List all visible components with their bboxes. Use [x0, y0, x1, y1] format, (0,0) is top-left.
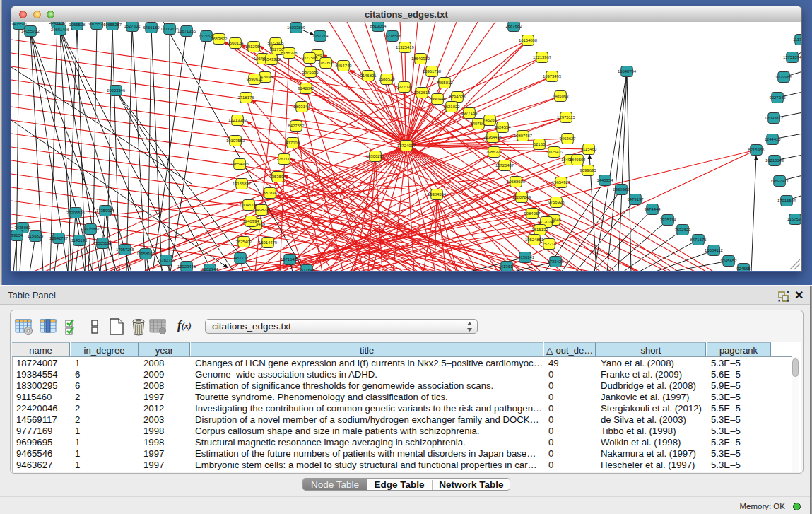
- svg-text:15720407: 15720407: [495, 163, 514, 168]
- svg-text:1849504: 1849504: [570, 158, 587, 162]
- svg-text:18640910: 18640910: [411, 57, 430, 61]
- svg-text:9115460: 9115460: [581, 147, 597, 151]
- svg-text:7485063: 7485063: [553, 94, 570, 98]
- svg-text:16154808: 16154808: [519, 38, 538, 42]
- svg-text:2803144: 2803144: [294, 105, 311, 109]
- svg-text:2767608: 2767608: [318, 61, 335, 65]
- svg-text:1615132: 1615132: [532, 228, 548, 232]
- svg-text:10025433: 10025433: [545, 150, 564, 154]
- svg-text:39154: 39154: [11, 233, 23, 238]
- svg-text:16914479: 16914479: [259, 240, 277, 245]
- svg-text:924565: 924565: [736, 267, 751, 271]
- svg-text:10807487: 10807487: [514, 134, 532, 138]
- svg-text:746266: 746266: [483, 118, 497, 122]
- svg-text:16033809: 16033809: [287, 25, 305, 30]
- svg-text:9329966: 9329966: [776, 75, 793, 79]
- svg-text:10654112: 10654112: [705, 248, 723, 252]
- svg-text:62160: 62160: [534, 142, 546, 146]
- svg-text:1362615: 1362615: [414, 90, 431, 95]
- svg-text:7663822: 7663822: [211, 37, 228, 41]
- svg-text:417006: 417006: [286, 141, 300, 145]
- svg-text:17359924: 17359924: [96, 209, 115, 213]
- svg-text:20691406: 20691406: [51, 28, 70, 32]
- svg-text:16648784: 16648784: [618, 69, 637, 74]
- svg-text:12942737: 12942737: [49, 236, 68, 240]
- svg-text:15751074: 15751074: [783, 55, 801, 59]
- svg-text:10655287: 10655287: [103, 23, 122, 27]
- svg-text:12093872: 12093872: [765, 116, 783, 120]
- svg-text:9756928: 9756928: [548, 200, 565, 204]
- svg-text:10671355: 10671355: [177, 29, 196, 33]
- svg-text:14136141: 14136141: [516, 255, 534, 259]
- svg-text:17016504: 17016504: [777, 199, 796, 203]
- svg-text:8215956: 8215956: [748, 148, 765, 152]
- svg-text:23975867: 23975867: [81, 227, 100, 231]
- svg-text:7625402: 7625402: [236, 240, 252, 244]
- svg-text:10688609: 10688609: [507, 180, 525, 184]
- svg-text:1353594: 1353594: [270, 175, 287, 179]
- svg-text:252214: 252214: [542, 242, 556, 246]
- svg-text:9327508: 9327508: [302, 56, 319, 60]
- svg-text:12975115: 12975115: [557, 115, 575, 119]
- svg-text:19384554: 19384554: [428, 192, 447, 197]
- svg-text:8427552: 8427552: [288, 124, 305, 128]
- svg-text:19692971: 19692971: [770, 179, 789, 183]
- svg-text:19166827: 19166827: [233, 182, 251, 186]
- svg-text:1733426: 1733426: [548, 259, 565, 264]
- svg-text:9084067: 9084067: [524, 211, 541, 216]
- svg-text:14055712: 14055712: [21, 29, 40, 33]
- svg-text:11325419: 11325419: [396, 45, 414, 49]
- svg-text:12213383: 12213383: [228, 118, 247, 122]
- svg-text:1117531: 1117531: [793, 37, 801, 42]
- svg-text:12023446: 12023446: [177, 264, 196, 269]
- svg-text:19524851: 19524851: [525, 238, 543, 242]
- svg-text:7986322: 7986322: [486, 150, 502, 154]
- svg-text:16210643: 16210643: [765, 158, 784, 163]
- svg-text:1240994: 1240994: [243, 219, 260, 223]
- svg-text:9457711: 9457711: [233, 256, 249, 260]
- svg-text:19654935: 19654935: [230, 162, 249, 166]
- svg-text:10958107: 10958107: [136, 252, 155, 256]
- svg-text:2718176: 2718176: [238, 95, 255, 100]
- svg-text:8990448: 8990448: [430, 97, 447, 101]
- svg-text:10973493: 10973493: [543, 74, 562, 78]
- svg-text:1145193: 1145193: [71, 238, 88, 243]
- svg-text:6466160: 6466160: [143, 25, 160, 30]
- svg-text:1202344: 1202344: [202, 267, 219, 271]
- svg-text:10961758: 10961758: [423, 69, 442, 74]
- svg-text:21364436: 21364436: [483, 135, 502, 139]
- svg-text:1244415: 1244415: [765, 137, 782, 141]
- svg-text:1156829: 1156829: [28, 234, 44, 238]
- svg-text:8471676: 8471676: [690, 238, 707, 242]
- svg-text:8938928: 8938928: [613, 187, 630, 192]
- svg-text:3267110: 3267110: [276, 157, 293, 161]
- svg-text:6794028: 6794028: [449, 95, 466, 99]
- svg-text:2935114: 2935114: [660, 218, 676, 222]
- svg-text:8186328: 8186328: [281, 51, 298, 55]
- svg-text:12213967: 12213967: [533, 55, 551, 59]
- svg-text:16543382: 16543382: [262, 57, 281, 62]
- svg-text:9474444: 9474444: [645, 207, 661, 211]
- svg-text:16120746: 16120746: [537, 220, 556, 224]
- svg-text:2687682: 2687682: [506, 24, 522, 28]
- svg-text:3624554: 3624554: [495, 125, 512, 129]
- svg-text:19654923: 19654923: [552, 180, 571, 185]
- svg-text:17957255: 17957255: [116, 247, 135, 252]
- svg-text:887834: 887834: [263, 191, 277, 195]
- svg-text:1571648: 1571648: [299, 268, 316, 271]
- svg-text:9699695: 9699695: [580, 168, 597, 173]
- svg-text:5322037: 5322037: [396, 85, 413, 89]
- svg-text:1621022: 1621022: [444, 105, 460, 109]
- svg-text:1413614: 1413614: [499, 264, 516, 269]
- svg-text:5875685: 5875685: [302, 70, 319, 74]
- svg-text:1065528: 1065528: [69, 23, 86, 27]
- svg-text:18807249: 18807249: [512, 195, 531, 199]
- svg-text:20206536: 20206536: [66, 211, 86, 215]
- svg-text:10107553: 10107553: [226, 139, 245, 143]
- svg-text:9890612: 9890612: [247, 77, 263, 81]
- svg-text:18300295: 18300295: [366, 154, 385, 158]
- svg-text:7435061: 7435061: [15, 226, 31, 230]
- svg-text:8813054: 8813054: [370, 24, 387, 28]
- svg-text:9227342: 9227342: [770, 95, 786, 100]
- svg-text:1405571: 1405571: [11, 22, 27, 26]
